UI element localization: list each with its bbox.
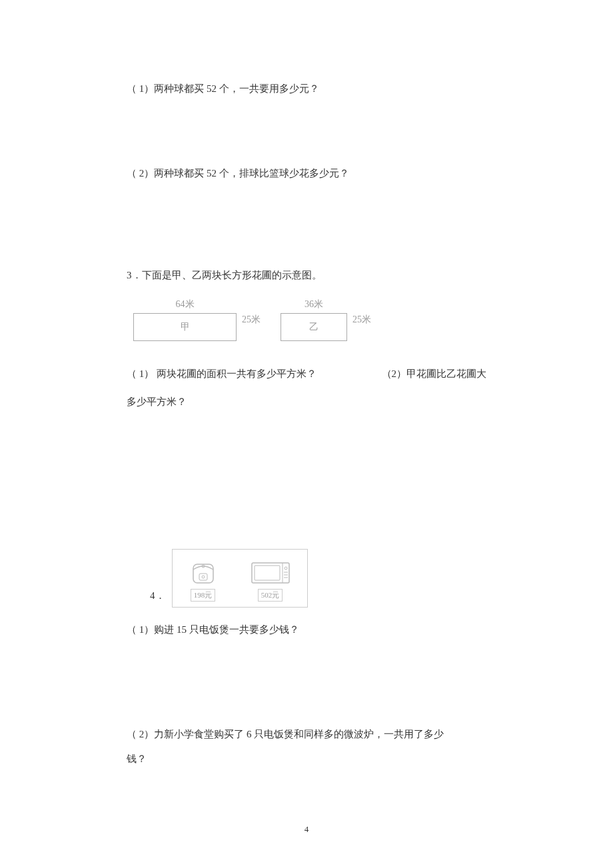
microwave-item: 502元	[251, 560, 291, 602]
rectangle-jia-group: 64米 甲 25米	[133, 298, 261, 341]
rect-yi-box: 乙	[281, 313, 347, 341]
question-4-sub2b: 钱？	[127, 750, 486, 768]
question-2-2: （ 2）两种球都买 52 个，排球比篮球少花多少元？	[127, 165, 486, 183]
question-3-sub2a: （2）甲花圃比乙花圃大	[382, 360, 487, 388]
rice-cooker-icon	[189, 558, 217, 586]
question-4-header: 4． 198元	[127, 549, 486, 608]
rect-yi-height-label: 25米	[352, 314, 371, 326]
rect-jia-width-label: 64米	[176, 298, 195, 310]
question-3-sub2b: 多少平方米？	[127, 388, 486, 416]
appliance-diagram: 198元 502元	[172, 549, 308, 608]
svg-rect-5	[255, 566, 280, 580]
question-2-1: （ 1）两种球都买 52 个，一共要用多少元？	[127, 80, 486, 98]
rice-cooker-item: 198元	[189, 558, 217, 602]
question-4-number: 4．	[150, 590, 165, 602]
svg-rect-2	[199, 574, 207, 580]
question-3-title: 3．下面是甲、乙两块长方形花圃的示意图。	[127, 269, 486, 282]
rectangle-diagram: 64米 甲 25米 36米 乙 25米	[133, 298, 486, 341]
rect-jia-height-label: 25米	[242, 314, 261, 326]
page-number: 4	[0, 824, 613, 835]
svg-point-3	[202, 576, 205, 578]
rice-cooker-price: 198元	[191, 589, 216, 602]
question-3-subquestions: （ 1） 两块花圃的面积一共有多少平方米？ （2）甲花圃比乙花圃大 多少平方米？	[127, 360, 486, 416]
microwave-icon	[251, 560, 291, 586]
rect-yi-width-label: 36米	[305, 298, 323, 310]
question-4-sub1: （ 1）购进 15 只电饭煲一共要多少钱？	[127, 621, 486, 639]
rect-jia-box: 甲	[133, 313, 237, 341]
microwave-price: 502元	[258, 589, 283, 602]
question-4-sub2a: （ 2）力新小学食堂购买了 6 只电饭煲和同样多的微波炉，一共用了多少	[127, 725, 486, 743]
svg-point-7	[285, 567, 287, 570]
question-3-sub1: （ 1） 两块花圃的面积一共有多少平方米？	[127, 360, 316, 388]
rectangle-yi-group: 36米 乙 25米	[281, 298, 371, 341]
document-content: （ 1）两种球都买 52 个，一共要用多少元？ （ 2）两种球都买 52 个，排…	[0, 0, 613, 768]
